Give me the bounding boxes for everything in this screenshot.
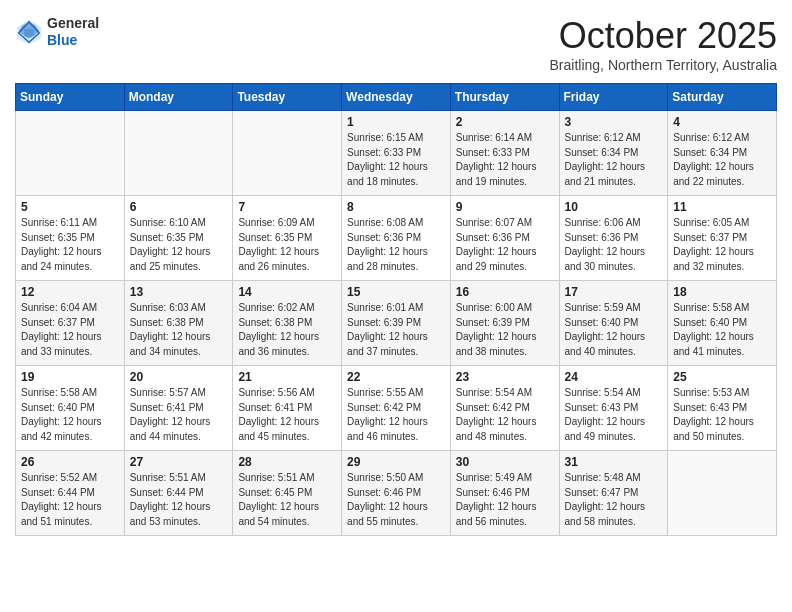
- day-info: Sunrise: 6:15 AMSunset: 6:33 PMDaylight:…: [347, 132, 428, 187]
- day-info: Sunrise: 5:58 AMSunset: 6:40 PMDaylight:…: [673, 302, 754, 357]
- calendar-cell: 21 Sunrise: 5:56 AMSunset: 6:41 PMDaylig…: [233, 366, 342, 451]
- day-number: 18: [673, 285, 771, 299]
- logo-blue-text: Blue: [47, 32, 77, 48]
- weekday-header-monday: Monday: [124, 84, 233, 111]
- calendar-cell: 15 Sunrise: 6:01 AMSunset: 6:39 PMDaylig…: [342, 281, 451, 366]
- calendar-cell: 22 Sunrise: 5:55 AMSunset: 6:42 PMDaylig…: [342, 366, 451, 451]
- day-number: 20: [130, 370, 228, 384]
- calendar-cell: 9 Sunrise: 6:07 AMSunset: 6:36 PMDayligh…: [450, 196, 559, 281]
- calendar-week-row: 12 Sunrise: 6:04 AMSunset: 6:37 PMDaylig…: [16, 281, 777, 366]
- day-number: 6: [130, 200, 228, 214]
- day-number: 26: [21, 455, 119, 469]
- calendar-cell: 23 Sunrise: 5:54 AMSunset: 6:42 PMDaylig…: [450, 366, 559, 451]
- calendar-cell: 30 Sunrise: 5:49 AMSunset: 6:46 PMDaylig…: [450, 451, 559, 536]
- day-number: 25: [673, 370, 771, 384]
- day-number: 2: [456, 115, 554, 129]
- day-number: 4: [673, 115, 771, 129]
- day-number: 9: [456, 200, 554, 214]
- calendar-week-row: 1 Sunrise: 6:15 AMSunset: 6:33 PMDayligh…: [16, 111, 777, 196]
- calendar-cell: 16 Sunrise: 6:00 AMSunset: 6:39 PMDaylig…: [450, 281, 559, 366]
- day-info: Sunrise: 6:03 AMSunset: 6:38 PMDaylight:…: [130, 302, 211, 357]
- calendar-cell: 1 Sunrise: 6:15 AMSunset: 6:33 PMDayligh…: [342, 111, 451, 196]
- weekday-header-friday: Friday: [559, 84, 668, 111]
- calendar-cell: 8 Sunrise: 6:08 AMSunset: 6:36 PMDayligh…: [342, 196, 451, 281]
- day-info: Sunrise: 6:06 AMSunset: 6:36 PMDaylight:…: [565, 217, 646, 272]
- day-number: 7: [238, 200, 336, 214]
- weekday-header-sunday: Sunday: [16, 84, 125, 111]
- calendar-cell: 12 Sunrise: 6:04 AMSunset: 6:37 PMDaylig…: [16, 281, 125, 366]
- day-info: Sunrise: 6:12 AMSunset: 6:34 PMDaylight:…: [565, 132, 646, 187]
- day-info: Sunrise: 5:50 AMSunset: 6:46 PMDaylight:…: [347, 472, 428, 527]
- calendar-cell: 27 Sunrise: 5:51 AMSunset: 6:44 PMDaylig…: [124, 451, 233, 536]
- day-info: Sunrise: 5:58 AMSunset: 6:40 PMDaylight:…: [21, 387, 102, 442]
- calendar-cell: 25 Sunrise: 5:53 AMSunset: 6:43 PMDaylig…: [668, 366, 777, 451]
- calendar-week-row: 26 Sunrise: 5:52 AMSunset: 6:44 PMDaylig…: [16, 451, 777, 536]
- day-number: 12: [21, 285, 119, 299]
- day-number: 28: [238, 455, 336, 469]
- calendar-cell: 29 Sunrise: 5:50 AMSunset: 6:46 PMDaylig…: [342, 451, 451, 536]
- day-info: Sunrise: 6:04 AMSunset: 6:37 PMDaylight:…: [21, 302, 102, 357]
- day-info: Sunrise: 6:11 AMSunset: 6:35 PMDaylight:…: [21, 217, 102, 272]
- day-info: Sunrise: 6:01 AMSunset: 6:39 PMDaylight:…: [347, 302, 428, 357]
- calendar-cell: 3 Sunrise: 6:12 AMSunset: 6:34 PMDayligh…: [559, 111, 668, 196]
- day-info: Sunrise: 5:51 AMSunset: 6:44 PMDaylight:…: [130, 472, 211, 527]
- page-header: General Blue October 2025 Braitling, Nor…: [15, 15, 777, 73]
- day-number: 31: [565, 455, 663, 469]
- title-block: October 2025 Braitling, Northern Territo…: [550, 15, 777, 73]
- day-info: Sunrise: 5:53 AMSunset: 6:43 PMDaylight:…: [673, 387, 754, 442]
- day-info: Sunrise: 6:08 AMSunset: 6:36 PMDaylight:…: [347, 217, 428, 272]
- calendar-cell: [233, 111, 342, 196]
- day-number: 13: [130, 285, 228, 299]
- day-number: 14: [238, 285, 336, 299]
- day-info: Sunrise: 6:05 AMSunset: 6:37 PMDaylight:…: [673, 217, 754, 272]
- day-number: 5: [21, 200, 119, 214]
- day-info: Sunrise: 5:55 AMSunset: 6:42 PMDaylight:…: [347, 387, 428, 442]
- calendar-cell: 4 Sunrise: 6:12 AMSunset: 6:34 PMDayligh…: [668, 111, 777, 196]
- day-info: Sunrise: 5:48 AMSunset: 6:47 PMDaylight:…: [565, 472, 646, 527]
- day-info: Sunrise: 6:12 AMSunset: 6:34 PMDaylight:…: [673, 132, 754, 187]
- day-number: 21: [238, 370, 336, 384]
- day-info: Sunrise: 6:14 AMSunset: 6:33 PMDaylight:…: [456, 132, 537, 187]
- calendar-cell: 10 Sunrise: 6:06 AMSunset: 6:36 PMDaylig…: [559, 196, 668, 281]
- day-info: Sunrise: 6:02 AMSunset: 6:38 PMDaylight:…: [238, 302, 319, 357]
- day-info: Sunrise: 6:09 AMSunset: 6:35 PMDaylight:…: [238, 217, 319, 272]
- calendar-cell: 6 Sunrise: 6:10 AMSunset: 6:35 PMDayligh…: [124, 196, 233, 281]
- calendar-cell: 17 Sunrise: 5:59 AMSunset: 6:40 PMDaylig…: [559, 281, 668, 366]
- calendar-cell: 26 Sunrise: 5:52 AMSunset: 6:44 PMDaylig…: [16, 451, 125, 536]
- calendar-table: SundayMondayTuesdayWednesdayThursdayFrid…: [15, 83, 777, 536]
- calendar-cell: 20 Sunrise: 5:57 AMSunset: 6:41 PMDaylig…: [124, 366, 233, 451]
- day-number: 30: [456, 455, 554, 469]
- day-info: Sunrise: 6:10 AMSunset: 6:35 PMDaylight:…: [130, 217, 211, 272]
- calendar-cell: 28 Sunrise: 5:51 AMSunset: 6:45 PMDaylig…: [233, 451, 342, 536]
- calendar-cell: [668, 451, 777, 536]
- day-number: 24: [565, 370, 663, 384]
- day-number: 29: [347, 455, 445, 469]
- day-number: 15: [347, 285, 445, 299]
- day-info: Sunrise: 6:00 AMSunset: 6:39 PMDaylight:…: [456, 302, 537, 357]
- calendar-cell: 14 Sunrise: 6:02 AMSunset: 6:38 PMDaylig…: [233, 281, 342, 366]
- weekday-header-row: SundayMondayTuesdayWednesdayThursdayFrid…: [16, 84, 777, 111]
- calendar-cell: 2 Sunrise: 6:14 AMSunset: 6:33 PMDayligh…: [450, 111, 559, 196]
- location-title: Braitling, Northern Territory, Australia: [550, 57, 777, 73]
- weekday-header-saturday: Saturday: [668, 84, 777, 111]
- day-info: Sunrise: 5:56 AMSunset: 6:41 PMDaylight:…: [238, 387, 319, 442]
- weekday-header-thursday: Thursday: [450, 84, 559, 111]
- day-number: 11: [673, 200, 771, 214]
- day-number: 19: [21, 370, 119, 384]
- day-number: 3: [565, 115, 663, 129]
- day-info: Sunrise: 5:54 AMSunset: 6:42 PMDaylight:…: [456, 387, 537, 442]
- day-info: Sunrise: 5:54 AMSunset: 6:43 PMDaylight:…: [565, 387, 646, 442]
- calendar-cell: 18 Sunrise: 5:58 AMSunset: 6:40 PMDaylig…: [668, 281, 777, 366]
- day-number: 27: [130, 455, 228, 469]
- calendar-week-row: 19 Sunrise: 5:58 AMSunset: 6:40 PMDaylig…: [16, 366, 777, 451]
- calendar-cell: 11 Sunrise: 6:05 AMSunset: 6:37 PMDaylig…: [668, 196, 777, 281]
- weekday-header-tuesday: Tuesday: [233, 84, 342, 111]
- calendar-cell: 19 Sunrise: 5:58 AMSunset: 6:40 PMDaylig…: [16, 366, 125, 451]
- day-info: Sunrise: 5:57 AMSunset: 6:41 PMDaylight:…: [130, 387, 211, 442]
- day-number: 23: [456, 370, 554, 384]
- calendar-cell: 7 Sunrise: 6:09 AMSunset: 6:35 PMDayligh…: [233, 196, 342, 281]
- day-number: 16: [456, 285, 554, 299]
- day-info: Sunrise: 5:49 AMSunset: 6:46 PMDaylight:…: [456, 472, 537, 527]
- day-number: 1: [347, 115, 445, 129]
- calendar-cell: 13 Sunrise: 6:03 AMSunset: 6:38 PMDaylig…: [124, 281, 233, 366]
